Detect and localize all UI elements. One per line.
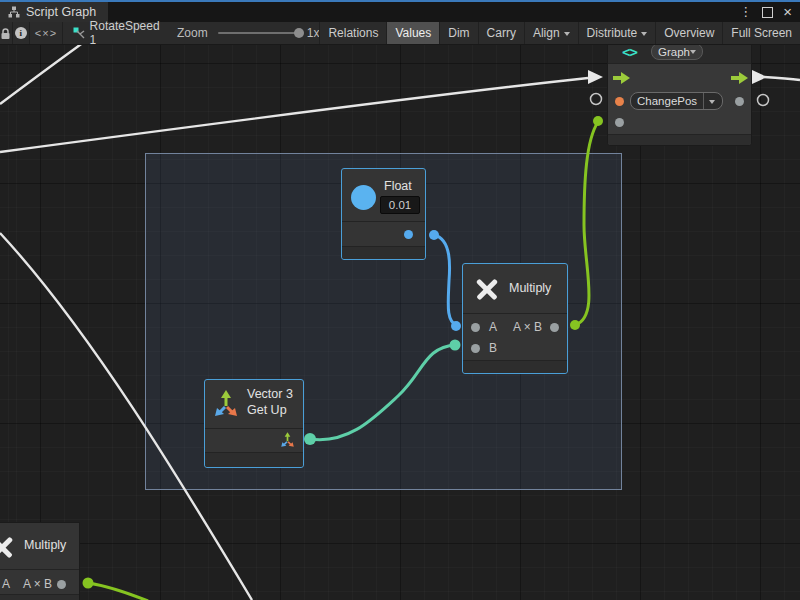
value-out-port[interactable] (735, 97, 744, 106)
lock-icon (0, 27, 11, 40)
changepos-dropdown[interactable]: ChangePos (630, 92, 723, 110)
flow-out-port-icon[interactable] (731, 72, 748, 84)
output-label: A × B (513, 320, 542, 334)
tab-title: Script Graph (26, 5, 96, 19)
zoom-label: Zoom (177, 26, 208, 40)
output-port[interactable] (550, 323, 559, 332)
node-footer (342, 246, 425, 259)
zoom-value: 1x (307, 26, 320, 40)
input-a-label: A (2, 577, 10, 591)
graph-dropdown-label: Graph (658, 46, 690, 58)
info-button[interactable]: i (13, 22, 30, 44)
values-button[interactable]: Values (386, 22, 439, 44)
maximize-icon[interactable] (762, 7, 773, 18)
value-wire-green[interactable] (88, 583, 148, 600)
unconnected-port[interactable] (591, 94, 602, 105)
flow-arrowhead-icon (752, 70, 767, 84)
zoom-slider[interactable] (218, 32, 300, 34)
full-screen-button[interactable]: Full Screen (722, 22, 800, 44)
align-button[interactable]: Align (524, 22, 578, 44)
flow-wire[interactable] (0, 78, 588, 152)
carry-button[interactable]: Carry (478, 22, 524, 44)
float-value-field[interactable]: 0.01 (380, 196, 420, 214)
node-header: Vector 3 Get Up (205, 380, 303, 429)
node-title: Float (384, 179, 412, 193)
node-title: Vector 3 (247, 387, 293, 401)
close-icon[interactable]: × (783, 2, 792, 22)
float-output-port[interactable] (404, 230, 413, 239)
script-graph-window: <> Graph ChangePos Float (0, 0, 800, 600)
vector3-get-up-node[interactable]: Vector 3 Get Up (204, 379, 304, 468)
node-footer (463, 360, 567, 373)
float-type-icon (351, 185, 376, 210)
vector3-icon (213, 388, 239, 418)
flow-in-port-icon[interactable] (613, 72, 630, 84)
output-label: A × B (23, 577, 52, 591)
multiply-partial-node[interactable]: Multiply A A × B (0, 522, 80, 600)
overview-button[interactable]: Overview (655, 22, 722, 44)
event-target-port[interactable] (615, 97, 624, 106)
flow-wire[interactable] (0, 42, 84, 104)
input-b-port[interactable] (471, 344, 480, 353)
code-view-button[interactable]: <×> (30, 22, 63, 44)
vector3-port-icon[interactable] (280, 431, 295, 448)
graph-dropdown[interactable]: Graph (651, 43, 703, 60)
graph-reference[interactable]: RotateSpeed 1 (73, 19, 161, 47)
input-b-label: B (489, 341, 497, 355)
script-graph-icon (8, 6, 20, 18)
code-view-icon: <×> (35, 27, 57, 39)
graph-ref-label: RotateSpeed 1 (90, 19, 161, 47)
node-footer (0, 594, 79, 600)
graph-event-node[interactable]: <> Graph ChangePos (607, 40, 752, 146)
multiply-icon (474, 275, 500, 301)
zoom-control: Zoom 1x (177, 26, 319, 40)
multiply-icon (0, 533, 15, 559)
distribute-button[interactable]: Distribute (578, 22, 656, 44)
chevron-down-icon (709, 100, 715, 107)
node-subtitle: Get Up (247, 403, 287, 417)
node-header: Multiply (463, 264, 567, 314)
flow-wire[interactable] (764, 77, 800, 80)
changepos-dropdown-label: ChangePos (637, 95, 697, 107)
chevron-down-icon (564, 32, 570, 39)
node-title: Multiply (509, 281, 551, 295)
input-a-label: A (489, 320, 497, 334)
relations-button[interactable]: Relations (319, 22, 386, 44)
chevron-down-icon (641, 32, 647, 39)
node-header: Float 0.01 (342, 169, 425, 222)
flow-arrowhead-icon (588, 70, 603, 84)
toolbar: i <×> RotateSpeed 1 Zoom 1x Relations Va… (0, 22, 800, 45)
graph-ref-icon (73, 27, 85, 40)
node-header: Multiply (0, 523, 79, 570)
wire-endpoint[interactable] (83, 578, 94, 589)
lock-button[interactable] (0, 22, 13, 44)
chevron-down-icon (690, 50, 696, 57)
multiply-node[interactable]: Multiply A A × B B (462, 263, 568, 374)
dim-button[interactable]: Dim (439, 22, 477, 44)
code-brackets-icon: <> (622, 44, 637, 60)
toolbar-buttons: Relations Values Dim Carry Align Distrib… (319, 22, 800, 44)
input-a-port[interactable] (471, 323, 480, 332)
value-in-port[interactable] (615, 118, 624, 127)
node-footer (205, 452, 303, 467)
node-footer (608, 134, 751, 145)
graph-canvas[interactable]: <> Graph ChangePos Float (0, 0, 800, 600)
window-menu-icon[interactable]: ⋮ (739, 2, 752, 22)
wire-endpoint[interactable] (593, 116, 603, 126)
node-title: Multiply (24, 538, 66, 552)
dropdown-divider (703, 93, 704, 109)
unconnected-port[interactable] (758, 95, 769, 106)
info-icon: i (15, 27, 27, 39)
output-port[interactable] (57, 580, 66, 589)
float-node[interactable]: Float 0.01 (341, 168, 426, 260)
zoom-slider-handle[interactable] (294, 28, 304, 38)
